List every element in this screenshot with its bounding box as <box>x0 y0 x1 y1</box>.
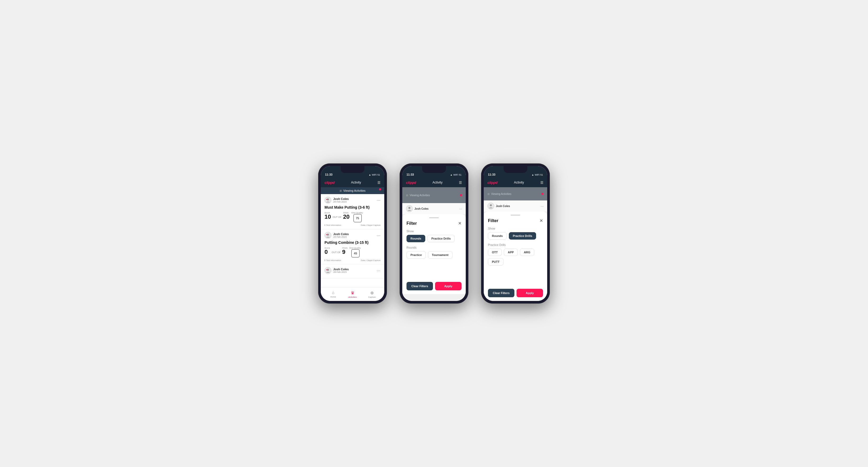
status-icons-2: ▲ WiFi 51 <box>450 174 462 176</box>
clippd-logo-2: clippd <box>406 181 416 185</box>
rounds-btn-2[interactable]: Rounds <box>406 235 425 242</box>
user-date-3: 28 Feb 2023 <box>333 271 349 274</box>
shots-value-1: 20 <box>343 213 349 220</box>
activity-item-2: Josh Coles 28 Feb 2023 ··· Putting Combi… <box>321 229 384 264</box>
app-header-3: clippd Activity ☰ <box>484 178 547 187</box>
svg-point-1 <box>327 198 329 200</box>
clippd-logo-3: clippd <box>488 181 497 185</box>
more-btn-3[interactable]: ··· <box>377 269 380 273</box>
svg-point-8 <box>327 269 328 270</box>
filter-screen-3: ⊞ Viewing Activities Josh Coles <box>484 187 547 301</box>
activity-footer-2: ℹ Test Information Data: Clippd Capture <box>324 259 380 261</box>
test-info-2: ℹ Test Information <box>324 259 341 261</box>
battery-icon-2: 51 <box>459 174 462 176</box>
svg-point-2 <box>327 199 328 200</box>
clear-filters-btn-2[interactable]: Clear Filters <box>406 282 433 290</box>
phone-screen-3: 11:33 ▲ WiFi 51 clippd Activity ☰ ⊞ View… <box>484 166 547 301</box>
wifi-icon-2: WiFi <box>453 174 458 176</box>
avatar-2 <box>324 232 331 239</box>
close-btn-2[interactable]: ✕ <box>458 221 462 226</box>
more-btn-1[interactable]: ··· <box>377 198 380 202</box>
stats-row-1: Score 10 OUT OF Shots 20 Shot Quality 75 <box>324 212 380 222</box>
phone-notch-1 <box>341 166 365 173</box>
modal-footer-2: Clear Filters Apply <box>406 278 462 294</box>
shot-quality-badge-2: 45 <box>351 249 360 257</box>
hamburger-icon-3[interactable]: ☰ <box>540 181 544 185</box>
wifi-icon-1: WiFi <box>372 174 377 176</box>
practice-drills-btn-2[interactable]: Practice Drills <box>427 235 455 242</box>
nav-item-activities-1[interactable]: ♛ Activities <box>343 290 362 298</box>
user-name-1: Josh Coles <box>333 197 349 200</box>
putt-btn-3[interactable]: PUTT <box>488 258 503 266</box>
apply-btn-2[interactable]: Apply <box>435 282 462 290</box>
nav-item-home-1[interactable]: ⌂ Home <box>323 290 343 298</box>
modal-footer-3: Clear Filters Apply <box>488 285 543 301</box>
show-buttons-2: Rounds Practice Drills <box>406 235 462 242</box>
svg-point-10 <box>408 207 410 209</box>
header-title-1: Activity <box>351 181 361 184</box>
nav-item-capture-1[interactable]: ⊕ Capture <box>362 290 382 298</box>
peek-more-3: ··· <box>540 204 544 208</box>
show-buttons-3: Rounds Practice Drills <box>488 232 543 240</box>
clear-filters-btn-3[interactable]: Clear Filters <box>488 289 515 297</box>
avatar-peek-2 <box>406 205 413 212</box>
svg-point-7 <box>327 269 329 271</box>
ott-btn-3[interactable]: OTT <box>488 249 502 256</box>
close-btn-3[interactable]: ✕ <box>539 218 543 223</box>
user-date-2: 28 Feb 2023 <box>333 236 349 238</box>
rounds-label-2: Rounds <box>406 246 462 249</box>
out-of-1: OUT OF <box>333 216 341 218</box>
bg-peek-3: ⊞ Viewing Activities <box>484 187 547 200</box>
user-details-1: Josh Coles 28 Feb 2023 <box>333 197 349 203</box>
app-btn-3[interactable]: APP <box>504 249 518 256</box>
red-dot-3 <box>541 193 544 195</box>
filter-icon-1: ⊞ <box>340 189 342 192</box>
user-details-3: Josh Coles 28 Feb 2023 <box>333 268 349 274</box>
filter-modal-2: Filter ✕ Show Rounds Practice Drills Rou… <box>402 214 466 294</box>
user-details-2: Josh Coles 28 Feb 2023 <box>333 232 349 238</box>
clippd-logo-1: clippd <box>324 181 335 185</box>
round-buttons-2: Practice Tournament <box>406 251 462 259</box>
signal-icon-2: ▲ <box>450 174 453 176</box>
modal-title-2: Filter <box>406 221 417 226</box>
avatar-peek-3 <box>488 203 494 210</box>
svg-point-12 <box>490 205 492 206</box>
phones-container: 11:33 ▲ WiFi 51 clippd Activity ☰ ⊞ View… <box>318 163 550 304</box>
svg-point-5 <box>327 234 328 235</box>
tournament-btn-2[interactable]: Tournament <box>428 251 453 259</box>
viewing-banner-text-1: Viewing Activities <box>343 189 366 192</box>
activities-label-1: Activities <box>348 296 357 298</box>
activity-user-2: Josh Coles 28 Feb 2023 ··· <box>324 232 380 239</box>
modal-title-3: Filter <box>488 218 498 223</box>
info-icon-2: ℹ <box>324 259 325 261</box>
score-stat-2: Score 0 <box>324 247 330 255</box>
shot-quality-value-2: 45 <box>354 252 357 255</box>
user-name-3: Josh Coles <box>333 268 349 271</box>
rounds-btn-3[interactable]: Rounds <box>488 232 507 240</box>
more-btn-2[interactable]: ··· <box>377 233 380 238</box>
user-row-peek-3: Josh Coles ··· <box>484 200 547 212</box>
bg-peek-text-2: Viewing Activities <box>410 194 430 197</box>
shots-stat-2: Shots 9 <box>342 247 347 255</box>
show-label-2: Show <box>406 229 462 233</box>
status-time-1: 11:33 <box>325 173 333 176</box>
practice-btn-2[interactable]: Practice <box>406 251 426 259</box>
phone-screen-2: 11:33 ▲ WiFi 51 clippd Activity ☰ ⊞ View… <box>402 166 466 301</box>
hamburger-icon-2[interactable]: ☰ <box>459 181 462 185</box>
drills-label-3: Practice Drills <box>488 243 543 246</box>
activities-icon-1: ♛ <box>351 290 354 295</box>
status-icons-1: ▲ WiFi 51 <box>369 174 380 176</box>
arg-btn-3[interactable]: ARG <box>520 249 534 256</box>
practice-drills-btn-3[interactable]: Practice Drills <box>509 232 536 240</box>
user-info-1: Josh Coles 28 Feb 2023 <box>324 197 349 204</box>
peek-username-3: Josh Coles <box>496 205 510 208</box>
activity-list-1[interactable]: Josh Coles 28 Feb 2023 ··· Must Make Put… <box>321 194 384 287</box>
activity-title-2: Putting Combine (3-15 ft) <box>324 240 380 245</box>
viewing-banner-1[interactable]: ⊞ Viewing Activities <box>321 187 384 194</box>
hamburger-icon-1[interactable]: ☰ <box>377 181 380 185</box>
data-source-2: Data: Clippd Capture <box>361 259 380 261</box>
home-label-1: Home <box>330 295 336 298</box>
red-dot-2 <box>460 194 462 196</box>
apply-btn-3[interactable]: Apply <box>517 289 543 297</box>
shot-quality-badge-1: 75 <box>353 214 362 222</box>
